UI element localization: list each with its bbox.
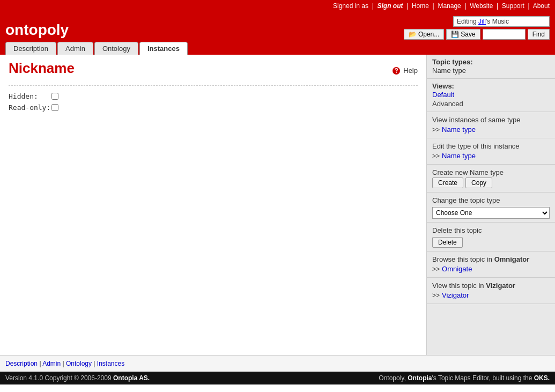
view-vizigator-label: View this topic in Vizigator: [432, 281, 550, 290]
find-button[interactable]: Find: [528, 29, 550, 40]
vizigator-bold: Vizigator: [486, 282, 515, 290]
readonly-field-row: Read-only:: [9, 103, 418, 112]
topic-types-title: Topic types:: [432, 58, 473, 66]
floppy-icon: 💾: [451, 31, 459, 38]
signed-in-label: Signed in as: [333, 2, 368, 10]
view-instances-section: View instances of same type >> Name type: [427, 112, 555, 138]
change-type-select[interactable]: Choose One: [432, 207, 550, 219]
save-button[interactable]: 💾 Save: [446, 29, 480, 40]
folder-icon: 📂: [409, 31, 417, 38]
create-button[interactable]: Create: [432, 177, 463, 188]
content: Nickname ? Help Hidden: Read-only:: [0, 55, 426, 355]
footer-ontology-link[interactable]: Ontology: [66, 360, 92, 367]
header-right: Editing Jill's Music 📂 Open... 💾 Save Fi…: [404, 16, 550, 42]
title-row: Nickname ? Help: [9, 60, 418, 86]
hidden-label: Hidden:: [9, 92, 51, 100]
logo: ontopoly: [5, 21, 69, 42]
footer-admin-link[interactable]: Admin: [42, 360, 61, 367]
open-button[interactable]: 📂 Open...: [404, 29, 444, 40]
views-title: Views:: [432, 82, 454, 90]
topic-types-section: Topic types: Name type: [427, 55, 555, 79]
arrow3-icon: >>: [432, 265, 440, 273]
bottom-right: Ontopoly, Ontopia's Topic Maps Editor, b…: [379, 374, 550, 382]
arrow4-icon: >>: [432, 292, 440, 299]
change-type-label: Change the topic type: [432, 196, 550, 205]
tab-instances[interactable]: Instances: [139, 42, 188, 55]
omnigate-link[interactable]: Omnigate: [442, 264, 472, 273]
editing-label: Editing Jill's Music: [453, 16, 550, 27]
tab-description[interactable]: Description: [5, 42, 56, 55]
header: ontopoly Editing Jill's Music 📂 Open... …: [0, 12, 555, 42]
about-link[interactable]: About: [533, 2, 550, 10]
change-type-section: Change the topic type Choose One: [427, 193, 555, 223]
browse-omnigator-section: Browse this topic in Omnigator >> Omniga…: [427, 252, 555, 278]
browse-label: Browse this topic in Omnigator: [432, 255, 550, 264]
view-instances-label: View instances of same type: [432, 115, 550, 124]
view-vizigator-section: View this topic in Vizigator >> Vizigato…: [427, 278, 555, 304]
omnigator-bold: Omnigator: [494, 255, 530, 263]
find-input[interactable]: [483, 29, 526, 40]
tab-ontology[interactable]: Ontology: [94, 42, 138, 55]
footer-nav: Description | Admin | Ontology | Instanc…: [0, 355, 555, 372]
view-instances-link[interactable]: Name type: [442, 125, 476, 134]
page-title: Nickname: [9, 60, 75, 77]
arrow-icon: >>: [432, 126, 440, 134]
help-icon: ?: [391, 66, 401, 76]
footer-instances-link[interactable]: Instances: [97, 360, 124, 367]
sign-out-link[interactable]: Sign out: [377, 2, 403, 10]
hidden-field-row: Hidden:: [9, 92, 418, 100]
hidden-checkbox[interactable]: [51, 93, 58, 100]
topic-types-value: Name type: [432, 66, 550, 75]
top-bar: Signed in as | Sign out | Home | Manage …: [0, 0, 555, 12]
readonly-checkbox[interactable]: [51, 104, 58, 111]
editing-bar: Editing Jill's Music: [453, 16, 550, 27]
sidebar: Topic types: Name type Views: Default Ad…: [426, 55, 555, 355]
support-link[interactable]: Support: [502, 2, 524, 10]
readonly-label: Read-only:: [9, 103, 51, 112]
website-link[interactable]: Website: [470, 2, 493, 10]
toolbar-buttons: 📂 Open... 💾 Save Find: [404, 29, 550, 40]
arrow2-icon: >>: [432, 152, 440, 160]
omnigate-row: >> Omnigate: [432, 264, 550, 274]
delete-button[interactable]: Delete: [432, 237, 463, 248]
vizigator-link[interactable]: Vizigator: [442, 291, 469, 300]
manage-link[interactable]: Manage: [438, 2, 461, 10]
copy-button[interactable]: Copy: [465, 177, 492, 188]
create-copy-row: Create Copy: [432, 177, 550, 189]
main: Nickname ? Help Hidden: Read-only: Topic…: [0, 55, 555, 355]
tab-admin[interactable]: Admin: [57, 42, 93, 55]
home-link[interactable]: Home: [412, 2, 429, 10]
vizigator-row: >> Vizigator: [432, 290, 550, 300]
create-new-section: Create new Name type Create Copy: [427, 165, 555, 193]
view-instances-row: >> Name type: [432, 124, 550, 135]
edit-type-section: Edit the type of this instance >> Name t…: [427, 138, 555, 165]
edit-type-link[interactable]: Name type: [442, 151, 476, 160]
delete-topic-section: Delete this topic Delete: [427, 223, 555, 252]
views-section: Views: Default Advanced: [427, 79, 555, 112]
footer-description-link[interactable]: Description: [5, 360, 38, 367]
bottom-left: Version 4.1.0 Copyright © 2006-2009 Onto…: [5, 374, 150, 382]
delete-topic-label: Delete this topic: [432, 226, 550, 235]
view-advanced-text: Advanced: [432, 99, 550, 108]
help-link[interactable]: ? Help: [391, 66, 418, 76]
editing-highlight: Jill: [478, 18, 486, 25]
tabs: Description Admin Ontology Instances: [0, 42, 555, 55]
bottom-bar: Version 4.1.0 Copyright © 2006-2009 Onto…: [0, 372, 555, 384]
view-default-link[interactable]: Default: [432, 90, 550, 99]
create-new-label: Create new Name type: [432, 168, 550, 177]
edit-type-row: >> Name type: [432, 151, 550, 161]
edit-type-label: Edit the type of this instance: [432, 142, 550, 151]
